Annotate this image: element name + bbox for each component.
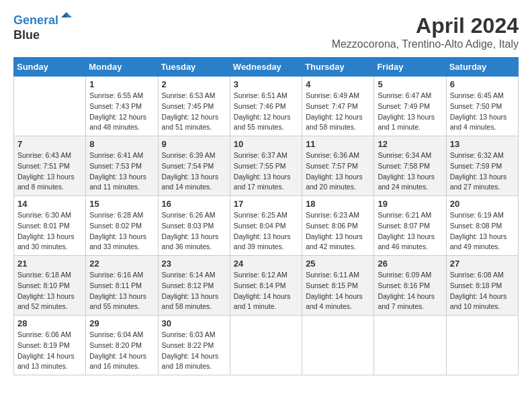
day-number: 22 <box>89 259 154 269</box>
day-info: Sunrise: 6:03 AMSunset: 8:22 PMDaylight:… <box>162 330 226 372</box>
day-info: Sunrise: 6:47 AMSunset: 7:49 PMDaylight:… <box>378 91 442 133</box>
logo: General Blue <box>13 13 73 42</box>
day-number: 19 <box>378 199 442 209</box>
day-number: 24 <box>234 259 298 269</box>
day-info: Sunrise: 6:11 AMSunset: 8:15 PMDaylight:… <box>306 270 370 312</box>
calendar-day: 16Sunrise: 6:26 AMSunset: 8:03 PMDayligh… <box>158 196 230 256</box>
day-number: 7 <box>17 139 82 149</box>
logo-text: General Blue <box>13 13 73 42</box>
calendar-day: 22Sunrise: 6:16 AMSunset: 8:11 PMDayligh… <box>86 256 158 316</box>
day-header-friday: Friday <box>374 58 446 77</box>
day-info: Sunrise: 6:14 AMSunset: 8:12 PMDaylight:… <box>162 270 226 312</box>
calendar-day <box>302 316 374 375</box>
calendar-day: 2Sunrise: 6:53 AMSunset: 7:45 PMDaylight… <box>158 77 230 136</box>
day-header-saturday: Saturday <box>446 58 518 77</box>
day-number: 11 <box>306 139 370 149</box>
calendar-day: 23Sunrise: 6:14 AMSunset: 8:12 PMDayligh… <box>158 256 230 316</box>
calendar-day: 30Sunrise: 6:03 AMSunset: 8:22 PMDayligh… <box>158 316 230 375</box>
calendar-day: 12Sunrise: 6:34 AMSunset: 7:58 PMDayligh… <box>374 136 446 196</box>
day-info: Sunrise: 6:26 AMSunset: 8:03 PMDaylight:… <box>162 210 226 253</box>
calendar-day: 9Sunrise: 6:39 AMSunset: 7:54 PMDaylight… <box>158 136 230 196</box>
day-info: Sunrise: 6:21 AMSunset: 8:07 PMDaylight:… <box>378 210 442 253</box>
calendar-day: 20Sunrise: 6:19 AMSunset: 8:08 PMDayligh… <box>446 196 518 256</box>
calendar-day: 11Sunrise: 6:36 AMSunset: 7:57 PMDayligh… <box>302 136 374 196</box>
day-info: Sunrise: 6:43 AMSunset: 7:51 PMDaylight:… <box>17 150 82 193</box>
day-number: 18 <box>306 199 370 209</box>
calendar-day: 26Sunrise: 6:09 AMSunset: 8:16 PMDayligh… <box>374 256 446 316</box>
day-info: Sunrise: 6:34 AMSunset: 7:58 PMDaylight:… <box>378 150 442 193</box>
page-header: General Blue April 2024 Mezzocorona, Tre… <box>13 13 519 50</box>
day-number: 23 <box>162 259 226 269</box>
calendar-week-5: 28Sunrise: 6:06 AMSunset: 8:19 PMDayligh… <box>14 316 519 375</box>
day-info: Sunrise: 6:04 AMSunset: 8:20 PMDaylight:… <box>89 330 154 372</box>
calendar-day: 21Sunrise: 6:18 AMSunset: 8:10 PMDayligh… <box>14 256 86 316</box>
day-number: 21 <box>17 259 82 269</box>
day-info: Sunrise: 6:39 AMSunset: 7:54 PMDaylight:… <box>162 150 226 193</box>
calendar-day: 1Sunrise: 6:55 AMSunset: 7:43 PMDaylight… <box>86 77 158 136</box>
day-number: 28 <box>17 318 82 328</box>
calendar-day: 14Sunrise: 6:30 AMSunset: 8:01 PMDayligh… <box>14 196 86 256</box>
calendar-table: SundayMondayTuesdayWednesdayThursdayFrid… <box>13 57 519 375</box>
day-number: 12 <box>378 139 442 149</box>
calendar-day: 28Sunrise: 6:06 AMSunset: 8:19 PMDayligh… <box>14 316 86 375</box>
calendar-day: 25Sunrise: 6:11 AMSunset: 8:15 PMDayligh… <box>302 256 374 316</box>
calendar-day: 29Sunrise: 6:04 AMSunset: 8:20 PMDayligh… <box>86 316 158 375</box>
day-info: Sunrise: 6:32 AMSunset: 7:59 PMDaylight:… <box>450 150 515 193</box>
svg-marker-1 <box>61 12 66 17</box>
day-info: Sunrise: 6:55 AMSunset: 7:43 PMDaylight:… <box>89 91 154 133</box>
day-info: Sunrise: 6:25 AMSunset: 8:04 PMDaylight:… <box>234 210 298 253</box>
day-header-thursday: Thursday <box>302 58 374 77</box>
day-number: 30 <box>162 318 226 328</box>
day-header-wednesday: Wednesday <box>230 58 302 77</box>
calendar-day: 18Sunrise: 6:23 AMSunset: 8:06 PMDayligh… <box>302 196 374 256</box>
day-number: 25 <box>306 259 370 269</box>
day-number: 5 <box>378 79 442 89</box>
svg-marker-0 <box>66 12 72 17</box>
calendar-day <box>14 77 86 136</box>
day-info: Sunrise: 6:18 AMSunset: 8:10 PMDaylight:… <box>17 270 82 312</box>
calendar-day: 4Sunrise: 6:49 AMSunset: 7:47 PMDaylight… <box>302 77 374 136</box>
day-number: 9 <box>162 139 226 149</box>
calendar-week-4: 21Sunrise: 6:18 AMSunset: 8:10 PMDayligh… <box>14 256 519 316</box>
day-number: 15 <box>89 199 154 209</box>
day-info: Sunrise: 6:19 AMSunset: 8:08 PMDaylight:… <box>450 210 515 253</box>
calendar-week-1: 1Sunrise: 6:55 AMSunset: 7:43 PMDaylight… <box>14 77 519 136</box>
day-info: Sunrise: 6:09 AMSunset: 8:16 PMDaylight:… <box>378 270 442 312</box>
day-info: Sunrise: 6:06 AMSunset: 8:19 PMDaylight:… <box>17 330 82 372</box>
day-number: 27 <box>450 259 515 269</box>
day-info: Sunrise: 6:45 AMSunset: 7:50 PMDaylight:… <box>450 91 515 133</box>
calendar-day: 19Sunrise: 6:21 AMSunset: 8:07 PMDayligh… <box>374 196 446 256</box>
title-section: April 2024 Mezzocorona, Trentino-Alto Ad… <box>332 13 519 50</box>
day-info: Sunrise: 6:16 AMSunset: 8:11 PMDaylight:… <box>89 270 154 312</box>
day-number: 13 <box>450 139 515 149</box>
day-info: Sunrise: 6:23 AMSunset: 8:06 PMDaylight:… <box>306 210 370 253</box>
calendar-day <box>374 316 446 375</box>
day-number: 1 <box>89 79 154 89</box>
day-info: Sunrise: 6:28 AMSunset: 8:02 PMDaylight:… <box>89 210 154 253</box>
day-number: 8 <box>89 139 154 149</box>
calendar-day <box>230 316 302 375</box>
day-number: 26 <box>378 259 442 269</box>
day-info: Sunrise: 6:41 AMSunset: 7:53 PMDaylight:… <box>89 150 154 193</box>
day-info: Sunrise: 6:30 AMSunset: 8:01 PMDaylight:… <box>17 210 82 253</box>
day-number: 14 <box>17 199 82 209</box>
day-number: 16 <box>162 199 226 209</box>
day-number: 17 <box>234 199 298 209</box>
day-info: Sunrise: 6:12 AMSunset: 8:14 PMDaylight:… <box>234 270 298 312</box>
day-number: 10 <box>234 139 298 149</box>
calendar-day: 8Sunrise: 6:41 AMSunset: 7:53 PMDaylight… <box>86 136 158 196</box>
calendar-week-3: 14Sunrise: 6:30 AMSunset: 8:01 PMDayligh… <box>14 196 519 256</box>
day-number: 6 <box>450 79 515 89</box>
calendar-day: 24Sunrise: 6:12 AMSunset: 8:14 PMDayligh… <box>230 256 302 316</box>
day-info: Sunrise: 6:49 AMSunset: 7:47 PMDaylight:… <box>306 91 370 133</box>
day-header-sunday: Sunday <box>14 58 86 77</box>
day-number: 4 <box>306 79 370 89</box>
day-info: Sunrise: 6:36 AMSunset: 7:57 PMDaylight:… <box>306 150 370 193</box>
calendar-day: 15Sunrise: 6:28 AMSunset: 8:02 PMDayligh… <box>86 196 158 256</box>
day-info: Sunrise: 6:53 AMSunset: 7:45 PMDaylight:… <box>162 91 226 133</box>
calendar-day: 7Sunrise: 6:43 AMSunset: 7:51 PMDaylight… <box>14 136 86 196</box>
day-number: 3 <box>234 79 298 89</box>
calendar-day: 10Sunrise: 6:37 AMSunset: 7:55 PMDayligh… <box>230 136 302 196</box>
calendar-week-2: 7Sunrise: 6:43 AMSunset: 7:51 PMDaylight… <box>14 136 519 196</box>
day-info: Sunrise: 6:37 AMSunset: 7:55 PMDaylight:… <box>234 150 298 193</box>
